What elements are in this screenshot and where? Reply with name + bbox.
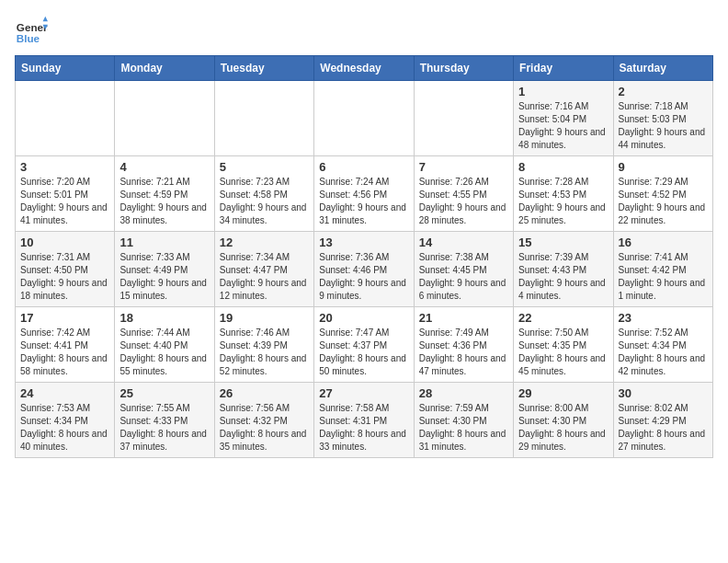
day-info: Sunrise: 7:55 AM Sunset: 4:33 PM Dayligh…: [119, 402, 209, 454]
calendar-header-cell: Thursday: [414, 56, 513, 81]
calendar-cell: 1Sunrise: 7:16 AM Sunset: 5:04 PM Daylig…: [514, 81, 613, 156]
day-number: 9: [619, 160, 708, 174]
day-number: 11: [119, 236, 209, 249]
day-number: 6: [319, 160, 408, 174]
calendar-cell: 18Sunrise: 7:44 AM Sunset: 4:40 PM Dayli…: [115, 307, 214, 383]
calendar-week-row: 24Sunrise: 7:53 AM Sunset: 4:34 PM Dayli…: [16, 383, 713, 458]
day-info: Sunrise: 7:53 AM Sunset: 4:34 PM Dayligh…: [20, 402, 109, 454]
calendar-week-row: 17Sunrise: 7:42 AM Sunset: 4:41 PM Dayli…: [16, 307, 713, 383]
calendar-cell: 19Sunrise: 7:46 AM Sunset: 4:39 PM Dayli…: [214, 307, 313, 383]
day-info: Sunrise: 7:24 AM Sunset: 4:56 PM Dayligh…: [319, 176, 408, 227]
day-info: Sunrise: 7:47 AM Sunset: 4:37 PM Dayligh…: [319, 327, 408, 378]
calendar-cell: 24Sunrise: 7:53 AM Sunset: 4:34 PM Dayli…: [16, 383, 115, 458]
calendar-week-row: 1Sunrise: 7:16 AM Sunset: 5:04 PM Daylig…: [16, 81, 713, 156]
day-number: 5: [220, 160, 309, 174]
calendar-cell: [115, 81, 214, 156]
calendar-cell: 14Sunrise: 7:38 AM Sunset: 4:45 PM Dayli…: [414, 232, 513, 307]
day-info: Sunrise: 7:18 AM Sunset: 5:03 PM Dayligh…: [619, 100, 708, 152]
day-info: Sunrise: 7:23 AM Sunset: 4:58 PM Dayligh…: [220, 176, 309, 227]
calendar-cell: 28Sunrise: 7:59 AM Sunset: 4:30 PM Dayli…: [414, 383, 513, 458]
day-info: Sunrise: 7:16 AM Sunset: 5:04 PM Dayligh…: [518, 100, 608, 152]
day-info: Sunrise: 7:26 AM Sunset: 4:55 PM Dayligh…: [419, 176, 508, 227]
calendar-cell: 11Sunrise: 7:33 AM Sunset: 4:49 PM Dayli…: [115, 232, 214, 307]
day-number: 1: [518, 85, 608, 98]
day-info: Sunrise: 7:59 AM Sunset: 4:30 PM Dayligh…: [419, 402, 508, 454]
day-info: Sunrise: 7:49 AM Sunset: 4:36 PM Dayligh…: [419, 327, 508, 378]
day-info: Sunrise: 7:41 AM Sunset: 4:42 PM Dayligh…: [619, 251, 708, 303]
day-info: Sunrise: 7:21 AM Sunset: 4:59 PM Dayligh…: [119, 176, 209, 227]
day-number: 13: [319, 236, 408, 249]
day-info: Sunrise: 7:20 AM Sunset: 5:01 PM Dayligh…: [20, 176, 109, 227]
calendar-cell: 6Sunrise: 7:24 AM Sunset: 4:56 PM Daylig…: [314, 156, 414, 232]
day-number: 8: [518, 160, 608, 174]
calendar-cell: 9Sunrise: 7:29 AM Sunset: 4:52 PM Daylig…: [613, 156, 712, 232]
day-number: 2: [619, 85, 708, 98]
logo-icon: General Blue: [15, 15, 48, 48]
calendar-cell: [414, 81, 513, 156]
day-info: Sunrise: 8:00 AM Sunset: 4:30 PM Dayligh…: [518, 402, 608, 454]
calendar-cell: 30Sunrise: 8:02 AM Sunset: 4:29 PM Dayli…: [613, 383, 712, 458]
calendar-cell: 26Sunrise: 7:56 AM Sunset: 4:32 PM Dayli…: [214, 383, 313, 458]
calendar-cell: 4Sunrise: 7:21 AM Sunset: 4:59 PM Daylig…: [115, 156, 214, 232]
day-info: Sunrise: 7:44 AM Sunset: 4:40 PM Dayligh…: [119, 327, 209, 378]
day-info: Sunrise: 7:42 AM Sunset: 4:41 PM Dayligh…: [20, 327, 109, 378]
calendar-cell: 5Sunrise: 7:23 AM Sunset: 4:58 PM Daylig…: [214, 156, 313, 232]
day-info: Sunrise: 7:29 AM Sunset: 4:52 PM Dayligh…: [619, 176, 708, 227]
day-number: 16: [619, 236, 708, 249]
day-number: 4: [119, 160, 209, 174]
day-number: 19: [220, 311, 309, 325]
day-info: Sunrise: 7:50 AM Sunset: 4:35 PM Dayligh…: [518, 327, 608, 378]
day-number: 26: [220, 386, 309, 400]
day-info: Sunrise: 7:34 AM Sunset: 4:47 PM Dayligh…: [220, 251, 309, 303]
day-number: 14: [419, 236, 508, 249]
day-number: 21: [419, 311, 508, 325]
day-info: Sunrise: 7:58 AM Sunset: 4:31 PM Dayligh…: [319, 402, 408, 454]
day-info: Sunrise: 7:46 AM Sunset: 4:39 PM Dayligh…: [220, 327, 309, 378]
calendar-header-row: SundayMondayTuesdayWednesdayThursdayFrid…: [16, 56, 713, 81]
day-info: Sunrise: 7:56 AM Sunset: 4:32 PM Dayligh…: [220, 402, 309, 454]
calendar-header-cell: Tuesday: [214, 56, 313, 81]
day-info: Sunrise: 7:38 AM Sunset: 4:45 PM Dayligh…: [419, 251, 508, 303]
calendar-cell: 22Sunrise: 7:50 AM Sunset: 4:35 PM Dayli…: [514, 307, 613, 383]
calendar-cell: 3Sunrise: 7:20 AM Sunset: 5:01 PM Daylig…: [16, 156, 115, 232]
calendar-cell: 13Sunrise: 7:36 AM Sunset: 4:46 PM Dayli…: [314, 232, 414, 307]
day-number: 10: [20, 236, 109, 249]
calendar-cell: 8Sunrise: 7:28 AM Sunset: 4:53 PM Daylig…: [514, 156, 613, 232]
day-info: Sunrise: 7:39 AM Sunset: 4:43 PM Dayligh…: [518, 251, 608, 303]
calendar-header-cell: Friday: [514, 56, 613, 81]
calendar-cell: [16, 81, 115, 156]
calendar-cell: 10Sunrise: 7:31 AM Sunset: 4:50 PM Dayli…: [16, 232, 115, 307]
calendar-cell: 20Sunrise: 7:47 AM Sunset: 4:37 PM Dayli…: [314, 307, 414, 383]
day-number: 15: [518, 236, 608, 249]
day-number: 3: [20, 160, 109, 174]
day-number: 17: [20, 311, 109, 325]
day-number: 7: [419, 160, 508, 174]
day-number: 29: [518, 386, 608, 400]
calendar-cell: 17Sunrise: 7:42 AM Sunset: 4:41 PM Dayli…: [16, 307, 115, 383]
day-number: 30: [619, 386, 708, 400]
calendar-cell: 2Sunrise: 7:18 AM Sunset: 5:03 PM Daylig…: [613, 81, 712, 156]
day-info: Sunrise: 7:36 AM Sunset: 4:46 PM Dayligh…: [319, 251, 408, 303]
day-number: 22: [518, 311, 608, 325]
calendar-cell: 25Sunrise: 7:55 AM Sunset: 4:33 PM Dayli…: [115, 383, 214, 458]
day-number: 20: [319, 311, 408, 325]
day-number: 23: [619, 311, 708, 325]
day-info: Sunrise: 7:31 AM Sunset: 4:50 PM Dayligh…: [20, 251, 109, 303]
calendar-header-cell: Wednesday: [314, 56, 414, 81]
calendar-cell: 21Sunrise: 7:49 AM Sunset: 4:36 PM Dayli…: [414, 307, 513, 383]
day-number: 25: [119, 386, 209, 400]
calendar-body: 1Sunrise: 7:16 AM Sunset: 5:04 PM Daylig…: [16, 81, 713, 458]
calendar-cell: 16Sunrise: 7:41 AM Sunset: 4:42 PM Dayli…: [613, 232, 712, 307]
day-number: 24: [20, 386, 109, 400]
svg-marker-2: [43, 17, 48, 21]
calendar-cell: 12Sunrise: 7:34 AM Sunset: 4:47 PM Dayli…: [214, 232, 313, 307]
calendar-cell: 29Sunrise: 8:00 AM Sunset: 4:30 PM Dayli…: [514, 383, 613, 458]
day-info: Sunrise: 8:02 AM Sunset: 4:29 PM Dayligh…: [619, 402, 708, 454]
day-number: 12: [220, 236, 309, 249]
svg-text:Blue: Blue: [17, 32, 40, 44]
calendar-cell: 23Sunrise: 7:52 AM Sunset: 4:34 PM Dayli…: [613, 307, 712, 383]
calendar-cell: [214, 81, 313, 156]
calendar-header-cell: Saturday: [613, 56, 712, 81]
calendar-week-row: 3Sunrise: 7:20 AM Sunset: 5:01 PM Daylig…: [16, 156, 713, 232]
calendar-table: SundayMondayTuesdayWednesdayThursdayFrid…: [15, 55, 713, 458]
